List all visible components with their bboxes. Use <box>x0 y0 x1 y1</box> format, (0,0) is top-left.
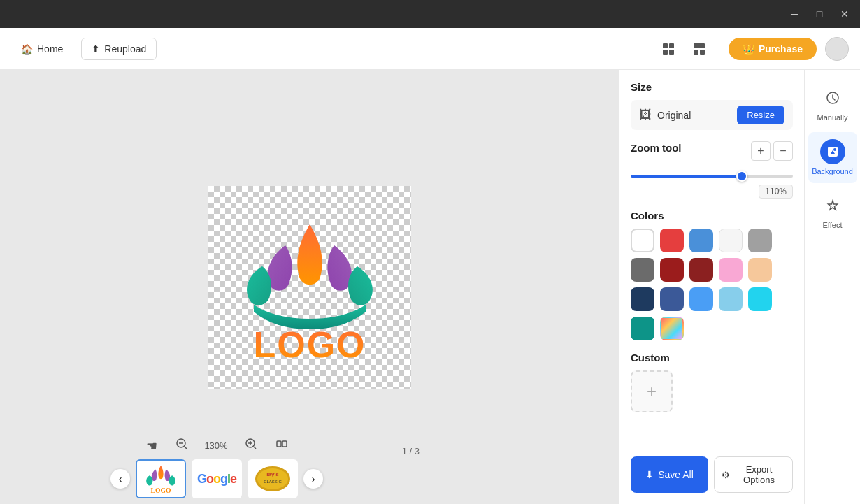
grid-icon <box>661 42 675 56</box>
colors-title: Colors <box>631 210 793 222</box>
image-icon: 🖼 <box>639 108 652 122</box>
color-swatch-gray-mid[interactable] <box>748 229 772 252</box>
thumb-next-button[interactable]: › <box>303 469 323 489</box>
purchase-button[interactable]: 👑 Purchase <box>729 38 817 60</box>
export-options-button[interactable]: ⚙ Export Options <box>714 456 793 493</box>
grid-view-button[interactable] <box>656 36 681 62</box>
color-swatch-gray-dark[interactable] <box>631 258 654 282</box>
titlebar: ─ □ ✕ <box>0 0 860 28</box>
svg-rect-5 <box>694 50 698 55</box>
avatar <box>825 37 849 61</box>
view-toggle-icons <box>656 36 712 62</box>
zoom-header: Zoom tool + − <box>631 141 793 161</box>
layout-view-button[interactable] <box>687 36 712 62</box>
download-icon: ⬇ <box>645 469 654 480</box>
color-swatch-peach[interactable] <box>748 258 772 282</box>
svg-rect-4 <box>694 43 705 48</box>
zoom-title: Zoom tool <box>631 142 681 154</box>
color-swatch-dark-red[interactable] <box>660 258 684 282</box>
zoom-in-button[interactable] <box>239 435 263 456</box>
canvas-container: LOGO <box>208 186 411 389</box>
main-area: LOGO <box>0 70 860 504</box>
zoom-slider-container <box>631 168 793 180</box>
manually-label: Manually <box>817 113 847 122</box>
fit-view-button[interactable] <box>270 435 294 456</box>
svg-text:lay's: lay's <box>266 471 279 477</box>
size-title: Size <box>631 81 793 93</box>
colors-section: Colors <box>631 210 793 340</box>
logo-image: LOGO <box>219 196 401 378</box>
upload-icon: ⬆ <box>92 43 100 55</box>
color-swatch-cyan[interactable] <box>748 287 772 311</box>
svg-rect-3 <box>669 50 674 55</box>
tool-panel: Manually Background Effect <box>804 70 860 504</box>
resize-button[interactable]: Resize <box>737 106 784 124</box>
save-all-button[interactable]: ⬇ Save All <box>631 456 708 493</box>
svg-line-14 <box>254 447 256 449</box>
add-custom-color-button[interactable]: + <box>631 370 673 412</box>
original-label: Original <box>657 110 731 121</box>
color-swatch-blue-light[interactable] <box>689 229 713 252</box>
svg-line-10 <box>185 447 187 449</box>
svg-rect-6 <box>700 50 705 55</box>
background-tool[interactable]: Background <box>808 132 857 183</box>
layout-icon <box>692 42 706 56</box>
color-swatch-blue-bright[interactable] <box>689 287 713 311</box>
logo-svg-container: LOGO <box>208 186 411 389</box>
zoom-level-label: 130% <box>201 440 232 451</box>
color-swatch-gray-light[interactable] <box>719 229 743 252</box>
zoom-out-icon <box>175 438 188 450</box>
color-swatch-navy[interactable] <box>631 287 654 311</box>
background-label: Background <box>812 167 853 176</box>
zoom-plus-button[interactable]: + <box>751 141 771 161</box>
thumbnail-google[interactable]: Google <box>192 459 242 498</box>
fit-icon <box>275 438 288 450</box>
thumbnail-lays[interactable]: lay's CLASSIC <box>248 459 298 498</box>
svg-text:LOGO: LOGO <box>151 487 171 494</box>
svg-text:LOGO: LOGO <box>253 324 366 365</box>
topbar: 🏠 Home ⬆ Reupload 👑 Purchase <box>0 28 860 70</box>
thumb-prev-button[interactable]: ‹ <box>110 469 130 489</box>
color-swatch-gradient[interactable] <box>660 317 684 340</box>
background-icon <box>820 139 845 164</box>
thumb-logo-image: LOGO <box>137 461 185 497</box>
effect-label: Effect <box>823 221 843 230</box>
home-icon: 🏠 <box>21 43 33 55</box>
color-swatch-pink[interactable] <box>719 258 743 282</box>
custom-section: Custom + <box>631 352 793 412</box>
maximize-button[interactable]: □ <box>810 4 829 24</box>
close-button[interactable]: ✕ <box>835 4 854 24</box>
svg-rect-15 <box>277 441 281 447</box>
zoom-minus-button[interactable]: − <box>773 141 793 161</box>
svg-rect-0 <box>663 43 668 48</box>
zoom-value-label: 110% <box>759 185 793 199</box>
svg-text:CLASSIC: CLASSIC <box>264 480 282 484</box>
effect-icon <box>820 193 845 218</box>
thumb-lays-image: lay's CLASSIC <box>252 462 294 496</box>
zoom-section: Zoom tool + − 110% <box>631 141 793 199</box>
color-swatch-crimson[interactable] <box>689 258 713 282</box>
manually-icon <box>820 85 845 110</box>
settings-icon: ⚙ <box>722 470 730 480</box>
bottom-actions: ⬇ Save All ⚙ Export Options <box>631 451 793 493</box>
color-swatch-red[interactable] <box>660 229 684 252</box>
zoom-slider[interactable] <box>631 175 793 178</box>
home-button[interactable]: 🏠 Home <box>11 39 73 59</box>
minimize-button[interactable]: ─ <box>784 4 804 24</box>
effect-tool[interactable]: Effect <box>808 186 857 237</box>
color-swatch-blue-med[interactable] <box>660 287 684 311</box>
pan-tool-button[interactable]: ☚ <box>141 435 163 456</box>
zoom-value-box: 110% <box>631 185 793 199</box>
svg-rect-2 <box>663 50 668 55</box>
thumbnail-logo[interactable]: LOGO <box>136 459 186 498</box>
bottom-controls: ☚ 130% <box>0 435 433 456</box>
color-swatch-sky-blue[interactable] <box>719 287 743 311</box>
svg-point-24 <box>833 148 836 151</box>
reupload-button[interactable]: ⬆ Reupload <box>81 38 157 60</box>
svg-rect-16 <box>282 441 287 447</box>
zoom-out-button[interactable] <box>170 435 194 456</box>
manually-tool[interactable]: Manually <box>808 78 857 129</box>
color-swatch-white[interactable] <box>631 229 654 252</box>
svg-rect-1 <box>669 43 674 48</box>
color-swatch-teal[interactable] <box>631 317 654 340</box>
